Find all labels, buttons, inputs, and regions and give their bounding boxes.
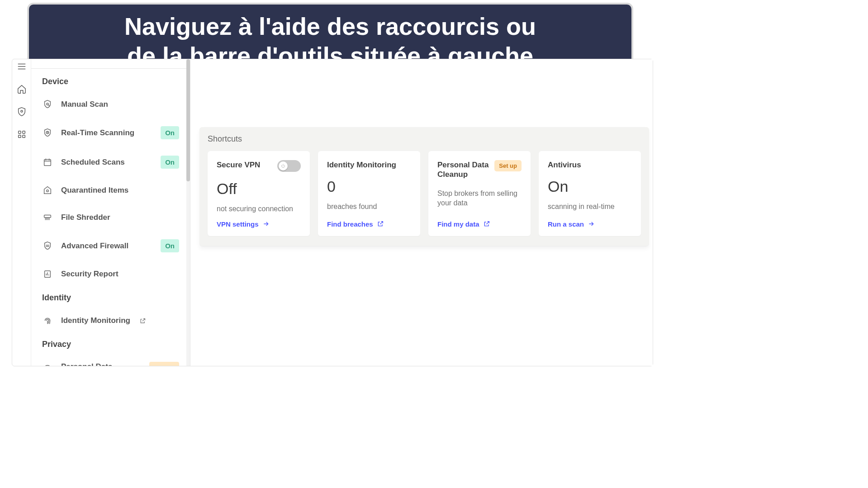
card-subtext: Stop brokers from selling your data [437,189,522,208]
card-title: Antivirus [548,160,581,170]
sidebar-item-label: File Shredder [61,213,110,222]
firewall-icon [42,241,53,251]
external-link-icon [139,317,146,324]
svg-point-11 [44,365,51,366]
scrollbar-thumb[interactable] [186,59,190,181]
svg-point-0 [20,110,22,112]
sidebar-item-realtime-scanning[interactable]: Real-Time Scanning On [42,118,179,147]
sidebar-item-label: Security Report [61,270,119,279]
apps-icon[interactable] [16,129,27,140]
shredder-icon [42,212,53,223]
sidebar-item-label: Identity Monitoring [61,316,130,325]
external-link-icon [377,220,384,227]
svg-point-8 [47,190,48,192]
sidebar-item-manual-scan[interactable]: Manual Scan [42,91,179,118]
run-scan-link[interactable]: Run a scan [548,220,632,228]
card-personal-data-cleanup: Personal Data Cleanup Set up Stop broker… [428,151,531,236]
sidebar-item-security-report[interactable]: Security Report [42,261,179,288]
card-value: On [548,178,632,195]
link-label: Run a scan [548,220,584,228]
svg-rect-2 [22,131,25,134]
setup-badge[interactable]: Set up [494,160,522,171]
vpn-settings-link[interactable]: VPN settings [217,220,301,228]
menu-icon[interactable] [16,61,27,72]
sidebar-item-label: Quarantined Items [61,186,128,195]
icon-rail [12,59,31,366]
svg-rect-3 [18,135,21,138]
cleanup-icon [42,363,53,366]
quarantine-icon [42,185,53,196]
section-title-privacy: Privacy [42,340,179,349]
section-title-identity: Identity [42,293,179,303]
shield-clock-icon [42,128,53,138]
card-secure-vpn: Secure VPN Off not securing connection V… [208,151,310,236]
vpn-toggle[interactable] [277,160,301,172]
calendar-icon [42,157,53,168]
section-title-device: Device [42,77,179,86]
shield-gear-icon[interactable] [16,106,27,117]
card-subtext: breaches found [327,202,411,212]
arrow-right-icon [588,220,595,227]
sidebar-item-label: Manual Scan [61,100,108,109]
status-badge-on: On [161,239,179,252]
svg-rect-4 [22,135,25,138]
sidebar-item-file-shredder[interactable]: File Shredder [42,204,179,231]
external-link-icon [483,220,490,227]
svg-rect-1 [18,131,21,134]
sidebar: Device Manual Scan Real-Time Scanning On… [31,59,190,366]
status-badge-on: On [161,156,179,169]
search-shield-icon [42,99,53,110]
status-badge-setup[interactable]: Set up [149,362,179,366]
shortcuts-title: Shortcuts [208,134,641,144]
link-label: Find breaches [327,220,373,228]
shortcuts-panel: Shortcuts Secure VPN Off not securing co… [199,127,649,246]
report-icon [42,269,53,280]
card-subtext: scanning in real-time [548,202,632,212]
card-title: Identity Monitoring [327,160,396,170]
svg-point-5 [47,103,48,105]
app-window: Device Manual Scan Real-Time Scanning On… [12,59,653,366]
sidebar-item-label: Scheduled Scans [61,158,125,167]
main-area: Shortcuts Secure VPN Off not securing co… [190,59,653,366]
svg-rect-7 [44,159,51,166]
shortcuts-cards: Secure VPN Off not securing connection V… [208,151,641,236]
sidebar-item-label: Personal Data Cleanup [61,362,112,366]
sidebar-item-label: Advanced Firewall [61,242,128,251]
link-label: Find my data [437,220,479,228]
sidebar-item-identity-monitoring[interactable]: Identity Monitoring [42,307,179,334]
sidebar-item-scheduled-scans[interactable]: Scheduled Scans On [42,147,179,177]
card-antivirus: Antivirus On scanning in real-time Run a… [539,151,641,236]
find-breaches-link[interactable]: Find breaches [327,220,411,228]
toggle-knob [279,161,288,171]
card-title: Secure VPN [217,160,260,170]
sidebar-item-personal-data-cleanup[interactable]: Personal Data Cleanup Set up [42,354,179,366]
status-badge-on: On [161,126,179,139]
card-identity-monitoring: Identity Monitoring 0 breaches found Fin… [318,151,420,236]
sidebar-item-quarantined-items[interactable]: Quarantined Items [42,177,179,204]
sidebar-item-advanced-firewall[interactable]: Advanced Firewall On [42,231,179,261]
card-value: Off [217,180,301,198]
link-label: VPN settings [217,220,259,228]
divider [31,68,190,69]
card-subtext: not securing connection [217,204,301,214]
card-title: Personal Data Cleanup [437,160,491,180]
arrow-right-icon [262,220,270,227]
fingerprint-icon [42,315,53,326]
home-icon[interactable] [16,84,27,95]
sidebar-item-label: Real-Time Scanning [61,128,134,137]
find-my-data-link[interactable]: Find my data [437,220,522,228]
svg-rect-9 [44,215,51,218]
card-value: 0 [327,178,411,195]
